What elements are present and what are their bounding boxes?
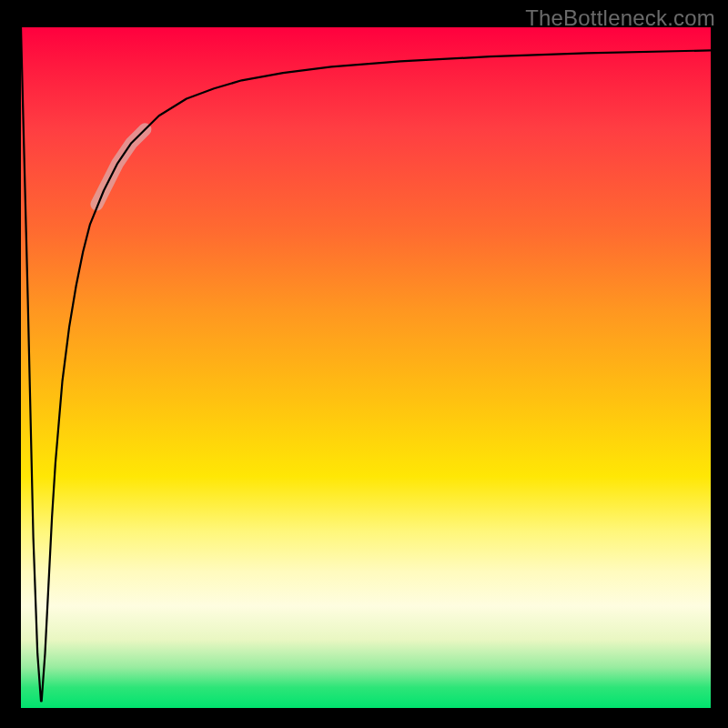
curve-highlight [96,129,145,204]
watermark-text: TheBottleneck.com [525,5,715,31]
bottleneck-curve [21,27,711,702]
chart-frame: TheBottleneck.com [0,0,728,728]
curve-layer [21,27,711,708]
plot-area [21,27,711,708]
